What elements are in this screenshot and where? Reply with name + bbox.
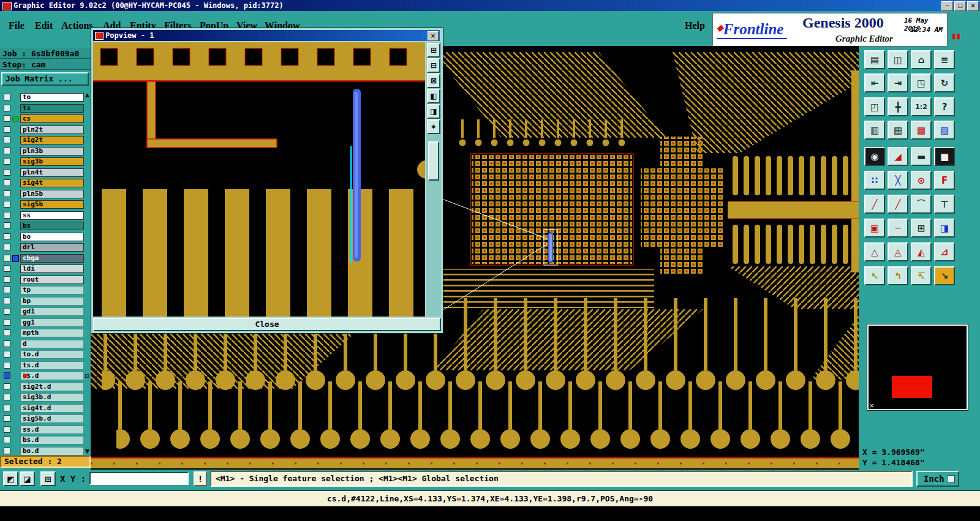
arc-button[interactable]: ⌒: [911, 195, 932, 214]
transform-button[interactable]: ◨: [934, 219, 955, 238]
layer-name[interactable]: rout: [20, 275, 84, 284]
layer-checkbox[interactable]: [4, 201, 10, 208]
layer-checkbox[interactable]: [4, 415, 10, 422]
triangle-circle-button[interactable]: ◭: [911, 242, 932, 261]
layer-name[interactable]: to: [20, 93, 84, 102]
layer-checkbox[interactable]: [4, 287, 10, 293]
popview-titlebar[interactable]: Popview - 1 ×: [93, 30, 440, 41]
layer-name[interactable]: ldi: [20, 264, 84, 273]
layer-checkbox[interactable]: [4, 351, 10, 358]
layer-name[interactable]: sig3b.d: [20, 393, 84, 402]
popview-zoom-out-button[interactable]: ⊟: [427, 58, 440, 73]
pan-right-button[interactable]: ⇥: [888, 73, 908, 92]
layer-checkbox[interactable]: [4, 383, 10, 390]
layer-name[interactable]: sig2t: [20, 136, 84, 144]
layer-checkbox[interactable]: [4, 437, 10, 443]
layer-checkbox[interactable]: [4, 319, 10, 326]
layer-name[interactable]: bp: [20, 297, 84, 305]
pan-left-button[interactable]: ⇤: [864, 73, 885, 92]
select-box-button[interactable]: ↰: [888, 266, 908, 285]
layer-name[interactable]: cs: [20, 114, 84, 123]
layer-checkbox[interactable]: [4, 126, 10, 133]
layer-checkbox[interactable]: [4, 190, 10, 197]
overview-viewport-marker[interactable]: [892, 376, 932, 398]
layer-scroll-up-icon[interactable]: ▲: [85, 92, 89, 98]
move-point-button[interactable]: ⊙: [911, 171, 932, 190]
layer-checkbox[interactable]: [4, 255, 10, 261]
snap-mode-button[interactable]: ◩: [3, 471, 18, 486]
popview-next-button[interactable]: ◨: [427, 104, 440, 119]
copy-entity-button[interactable]: ⊞: [911, 219, 932, 238]
fill-tool-button[interactable]: ◢: [888, 147, 908, 166]
layer-name[interactable]: sig2t.d: [20, 383, 84, 391]
popview-close-icon[interactable]: ×: [428, 31, 439, 41]
line-thin-button[interactable]: ╱: [888, 195, 908, 214]
layer-checkbox[interactable]: [4, 137, 10, 143]
flip-button[interactable]: F: [934, 171, 955, 190]
job-matrix-button[interactable]: Job Matrix ...: [1, 72, 89, 86]
layer-name[interactable]: ts: [20, 104, 84, 113]
grid-toggle-button[interactable]: ⊞: [40, 471, 56, 486]
triangle-measure-button[interactable]: ⊿: [934, 242, 955, 261]
layer-name[interactable]: gg1: [20, 318, 84, 327]
layer-name[interactable]: bs.d: [20, 436, 84, 444]
layer-name[interactable]: pln4t: [20, 168, 84, 177]
layer-name[interactable]: cs.d: [20, 372, 84, 380]
help-query-button[interactable]: ?: [934, 97, 955, 116]
solid-tool-button[interactable]: ■: [934, 147, 955, 166]
menu-actions[interactable]: Actions: [61, 20, 93, 31]
layer-checkbox[interactable]: [4, 244, 10, 250]
layer-name[interactable]: pln3b: [20, 147, 84, 156]
redraw-button[interactable]: ↻: [934, 73, 955, 92]
overview-map[interactable]: ×: [867, 324, 968, 410]
filter-triangle-button[interactable]: ◬: [888, 242, 908, 261]
maximize-icon[interactable]: □: [954, 1, 966, 11]
screen-copy-button[interactable]: ◫: [888, 50, 908, 69]
layer-checkbox[interactable]: [4, 233, 10, 240]
layer-checkbox[interactable]: [4, 169, 10, 176]
layer-name[interactable]: ss.d: [20, 425, 84, 434]
layer-checkbox[interactable]: [4, 148, 10, 154]
layer-name[interactable]: pln5b: [20, 190, 84, 198]
line-width-button[interactable]: ▬: [911, 147, 932, 166]
select-circle-button[interactable]: ↸: [911, 266, 932, 285]
grid-button[interactable]: ▦: [888, 121, 908, 140]
popview-scrollbar-thumb[interactable]: [428, 141, 439, 181]
layer-name[interactable]: sig5b.d: [20, 414, 84, 423]
layer-checkbox[interactable]: [4, 212, 10, 219]
layer-name[interactable]: drl: [20, 243, 84, 252]
popview-pan-button[interactable]: ⊠: [427, 73, 440, 88]
layer-scroll-down-icon[interactable]: ▼: [85, 448, 89, 454]
popview-zoom-in-button[interactable]: ⊞: [427, 43, 440, 58]
line-45-button[interactable]: ╱: [864, 195, 885, 214]
layer-checkbox[interactable]: [4, 329, 10, 336]
layer-checkbox[interactable]: [4, 276, 10, 283]
text-tool-button[interactable]: ⊤: [934, 195, 955, 214]
layer-name[interactable]: sig4t.d: [20, 404, 84, 413]
layer-checkbox[interactable]: [4, 298, 10, 304]
layer-name[interactable]: sig4t: [20, 179, 84, 187]
popview-center-button[interactable]: ⌖: [427, 119, 440, 134]
layer-name[interactable]: bo: [20, 233, 84, 241]
popview-close-button[interactable]: Close: [93, 318, 441, 331]
alert-button[interactable]: !: [194, 471, 207, 486]
layer-checkbox[interactable]: [4, 448, 10, 454]
pause-icon[interactable]: ▮▮: [952, 32, 961, 40]
layer-checkbox[interactable]: [4, 426, 10, 433]
layer-name[interactable]: bo.d: [20, 447, 84, 455]
layer-checkbox[interactable]: [4, 158, 10, 165]
zoom-window-button[interactable]: ◳: [911, 73, 932, 92]
color-grid-button[interactable]: ▨: [934, 121, 955, 140]
layer-name[interactable]: to.d: [20, 350, 84, 359]
popview-canvas[interactable]: [93, 42, 425, 317]
layer-name[interactable]: mpth: [20, 329, 84, 337]
layer-checkbox[interactable]: [4, 362, 10, 369]
select-points-button[interactable]: ∷: [864, 171, 885, 190]
measure-button[interactable]: ▥: [864, 121, 885, 140]
menu-edit[interactable]: Edit: [35, 20, 53, 31]
home-button[interactable]: ⌂: [911, 50, 932, 69]
xy-input[interactable]: [89, 472, 189, 485]
paste-button[interactable]: ▤: [864, 50, 885, 69]
layer-checkbox[interactable]: [4, 222, 10, 229]
select-arrow-button[interactable]: ↖: [864, 266, 885, 285]
